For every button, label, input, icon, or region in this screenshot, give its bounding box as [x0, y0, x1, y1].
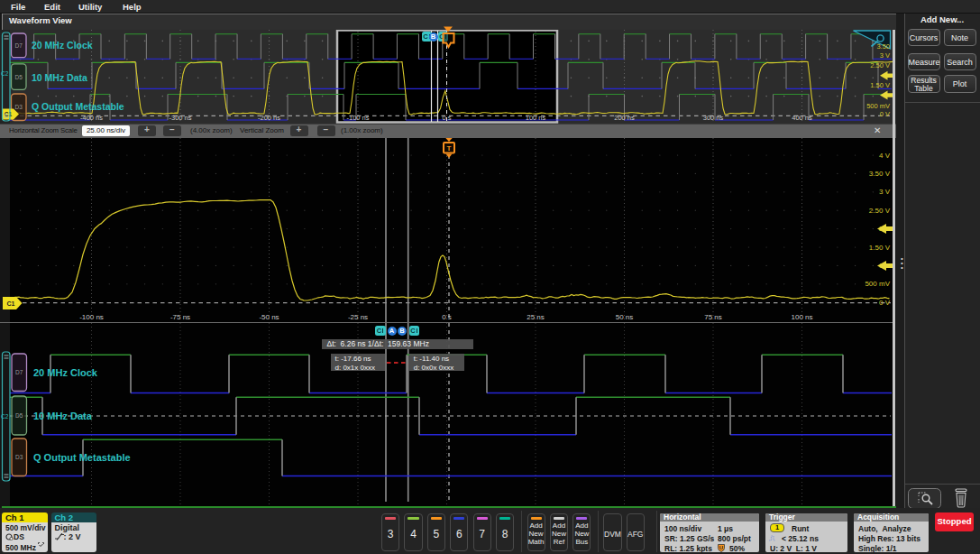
svg-text:D5: D5 [15, 412, 23, 419]
svg-text:20 MHz Clock: 20 MHz Clock [33, 367, 98, 378]
svg-text:D5: D5 [15, 74, 23, 80]
svg-text:Q Output Metastable: Q Output Metastable [33, 452, 131, 463]
svg-text:U: U [719, 545, 723, 550]
svg-text:3 V: 3 V [879, 188, 891, 196]
svg-text:0 s: 0 s [442, 313, 452, 321]
svg-text:-75 ns: -75 ns [170, 313, 190, 321]
svg-text:500 mV: 500 mV [865, 280, 890, 288]
svg-text:T: T [447, 144, 452, 152]
svg-text:20 MHz Clock: 20 MHz Clock [32, 40, 93, 51]
svg-text:200 ns: 200 ns [614, 114, 635, 122]
svg-text:-200 ns: -200 ns [258, 114, 280, 122]
svg-text:1.50 V: 1.50 V [869, 244, 891, 252]
svg-text:-100 ns: -100 ns [79, 313, 104, 321]
svg-text:-300 ns: -300 ns [169, 114, 191, 122]
svg-text:4 V: 4 V [879, 152, 891, 160]
svg-text:D3: D3 [15, 104, 23, 110]
svg-text:Q Output Metastable: Q Output Metastable [32, 101, 124, 112]
svg-text:100 ns: 100 ns [791, 313, 812, 321]
svg-text:3.50 V: 3.50 V [869, 170, 891, 178]
svg-text:D3: D3 [15, 454, 23, 460]
svg-text:0 s: 0 s [442, 114, 451, 122]
svg-text:D7: D7 [15, 369, 23, 375]
svg-text:0 V: 0 V [880, 110, 890, 118]
svg-text:300 ns: 300 ns [703, 114, 724, 122]
svg-text:1.50 V: 1.50 V [870, 81, 890, 89]
svg-text:3 V: 3 V [880, 51, 890, 60]
svg-text:-400 ns: -400 ns [80, 114, 103, 122]
svg-text:50 ns: 50 ns [616, 313, 634, 321]
svg-text:0 V: 0 V [879, 299, 891, 307]
svg-text:10 MHz Data: 10 MHz Data [33, 411, 93, 421]
svg-text:-50 ns: -50 ns [259, 313, 279, 321]
svg-text:500 mV: 500 mV [866, 102, 890, 110]
svg-text:2.50 V: 2.50 V [870, 61, 890, 69]
svg-text:10 MHz Data: 10 MHz Data [32, 72, 87, 83]
svg-text:400 ns: 400 ns [792, 114, 812, 122]
svg-text:100 ns: 100 ns [526, 114, 546, 122]
svg-text:-25 ns: -25 ns [348, 313, 368, 321]
svg-text:D7: D7 [15, 42, 23, 49]
svg-text:3.50: 3.50 [876, 42, 890, 51]
svg-text:-100 ns: -100 ns [346, 114, 369, 122]
svg-text:2.50 V: 2.50 V [869, 207, 891, 215]
svg-text:75 ns: 75 ns [704, 313, 722, 321]
svg-text:25 ns: 25 ns [527, 313, 545, 321]
svg-text:C1: C1 [7, 300, 15, 307]
